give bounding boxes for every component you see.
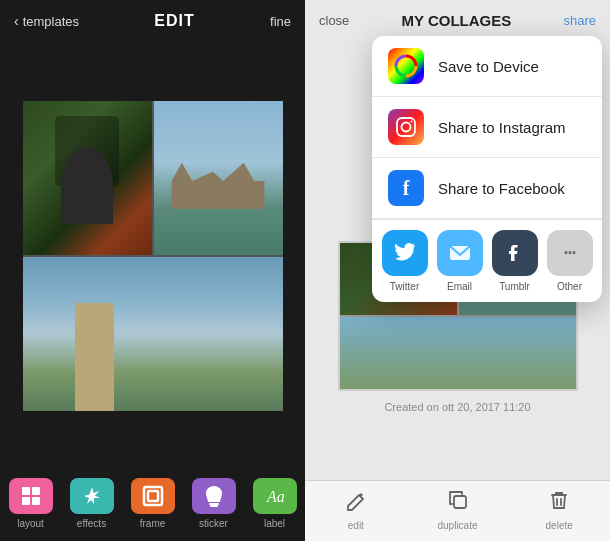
- share-row-facebook[interactable]: f Share to Facebook: [372, 158, 602, 219]
- share-row-save-device[interactable]: Save to Device: [372, 36, 602, 97]
- toolbar-label-frame: frame: [140, 518, 166, 529]
- small-share-tumblr[interactable]: Tumblr: [490, 230, 539, 292]
- toolbar-item-effects[interactable]: effects: [70, 478, 114, 529]
- small-share-email[interactable]: Email: [435, 230, 484, 292]
- facebook-icon: f: [388, 170, 424, 206]
- back-nav-label[interactable]: templates: [23, 14, 79, 29]
- toolbar-item-sticker[interactable]: sticker: [192, 478, 236, 529]
- bottom-duplicate-button[interactable]: duplicate: [407, 489, 509, 531]
- right-panel: close MY COLLAGES share Save to Device: [305, 0, 610, 541]
- toolbar-label-effects: effects: [77, 518, 106, 529]
- collage-cell-bigben: [23, 257, 283, 411]
- twitter-icon: [382, 230, 428, 276]
- instagram-label: Share to Instagram: [438, 119, 566, 136]
- left-header: ‹ templates EDIT fine: [0, 0, 305, 42]
- delete-icon: [548, 489, 570, 516]
- svg-rect-14: [454, 496, 466, 508]
- layout-icon: [9, 478, 53, 514]
- toolbar-label-sticker: sticker: [199, 518, 228, 529]
- toolbar-item-label[interactable]: Aa label: [253, 478, 297, 529]
- facebook-label: Share to Facebook: [438, 180, 565, 197]
- close-button[interactable]: close: [319, 13, 349, 28]
- left-panel: ‹ templates EDIT fine layout: [0, 0, 305, 541]
- collage-grid: [23, 101, 283, 411]
- bottom-delete-button[interactable]: delete: [508, 489, 610, 531]
- rc-cell-bigben: [340, 317, 576, 389]
- share-row-instagram[interactable]: Share to Instagram: [372, 97, 602, 158]
- small-share-twitter[interactable]: Twitter: [380, 230, 429, 292]
- email-icon: [437, 230, 483, 276]
- frame-icon: [131, 478, 175, 514]
- label-icon: Aa: [253, 478, 297, 514]
- svg-point-11: [402, 123, 411, 132]
- right-header: close MY COLLAGES share: [305, 0, 610, 41]
- duplicate-icon: [447, 489, 469, 516]
- toolbar-label-layout: layout: [17, 518, 44, 529]
- bottom-edit-button[interactable]: edit: [305, 489, 407, 531]
- back-chevron-icon: ‹: [14, 13, 19, 29]
- tumblr-label: Tumblr: [499, 281, 530, 292]
- svg-rect-3: [32, 497, 40, 505]
- other-icon: ···: [547, 230, 593, 276]
- svg-rect-10: [397, 118, 415, 136]
- toolbar-item-frame[interactable]: frame: [131, 478, 175, 529]
- edit-icon: [345, 489, 367, 516]
- instagram-icon: [388, 109, 424, 145]
- bottom-edit-label: edit: [348, 520, 364, 531]
- collage-area: [0, 42, 305, 470]
- created-text: Created on ott 20, 2017 11:20: [384, 401, 530, 413]
- edit-title: EDIT: [154, 12, 194, 30]
- right-bottom-bar: edit duplicate delete: [305, 480, 610, 541]
- photos-icon: [388, 48, 424, 84]
- svg-text:Aa: Aa: [266, 488, 285, 505]
- save-device-label: Save to Device: [438, 58, 539, 75]
- toolbar-item-layout[interactable]: layout: [9, 478, 53, 529]
- collage-cell-bridge: [154, 101, 283, 255]
- share-dropdown: Save to Device Share to Instagram f Shar…: [372, 36, 602, 302]
- fine-button[interactable]: fine: [270, 14, 291, 29]
- twitter-label: Twitter: [390, 281, 419, 292]
- svg-rect-1: [32, 487, 40, 495]
- small-share-other[interactable]: ··· Other: [545, 230, 594, 292]
- bottom-delete-label: delete: [546, 520, 573, 531]
- svg-rect-4: [144, 487, 162, 505]
- effects-icon: [70, 478, 114, 514]
- svg-rect-5: [148, 491, 158, 501]
- small-share-row: Twitter Email Tumblr: [372, 219, 602, 302]
- back-nav[interactable]: ‹ templates: [14, 13, 79, 29]
- other-label: Other: [557, 281, 582, 292]
- email-label: Email: [447, 281, 472, 292]
- toolbar-label-label: label: [264, 518, 285, 529]
- svg-rect-2: [22, 497, 30, 505]
- collage-cell-man: [23, 101, 152, 255]
- svg-rect-0: [22, 487, 30, 495]
- tumblr-icon: [492, 230, 538, 276]
- sticker-icon: [192, 478, 236, 514]
- bottom-duplicate-label: duplicate: [437, 520, 477, 531]
- svg-point-12: [411, 121, 413, 123]
- share-button[interactable]: share: [563, 13, 596, 28]
- bottom-toolbar: layout effects frame: [0, 470, 305, 541]
- my-collages-title: MY COLLAGES: [402, 12, 512, 29]
